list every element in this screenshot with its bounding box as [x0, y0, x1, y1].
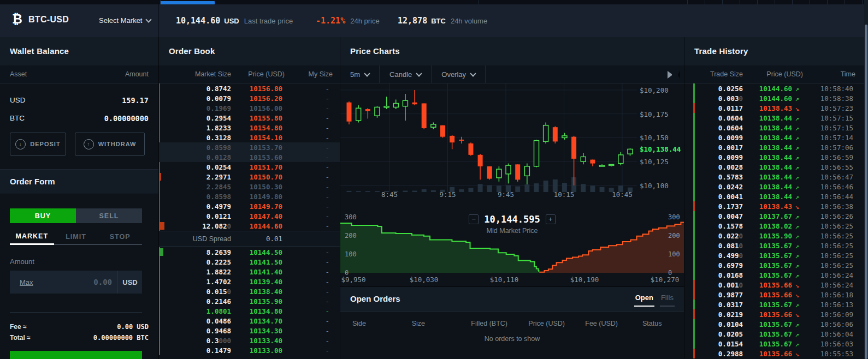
ask-row[interactable]: 2.284510150.30-: [159, 182, 340, 192]
bid-row[interactable]: 0.214610135.90-: [159, 296, 340, 306]
bid-row[interactable]: 0.015010138.40-: [159, 286, 340, 296]
trade-row: 0.016810135.67↗10:56:24: [684, 270, 864, 280]
bid-row[interactable]: 0.048610134.70-: [159, 316, 340, 326]
amount-label: Amount: [10, 258, 34, 266]
ask-row[interactable]: 0.859810153.70-: [159, 142, 340, 152]
tab-divider: [722, 0, 723, 4]
ask-row[interactable]: 0.497910149.70-: [159, 201, 340, 211]
time-tick-label: 9:15: [432, 190, 464, 199]
ask-row[interactable]: 0.196910156.00-: [159, 103, 340, 113]
trade-side-edge: [693, 103, 695, 113]
sell-tab[interactable]: SELL: [76, 208, 142, 223]
chart-candle-dropdown[interactable]: Candle: [380, 65, 432, 83]
order-price: 10156.20: [231, 94, 282, 103]
my-size-value: -: [282, 153, 329, 161]
trade-price: 10135.67: [743, 261, 792, 270]
candlestick-chart[interactable]: [340, 83, 684, 192]
trade-size: 0.0220: [695, 232, 743, 240]
ask-row[interactable]: 0.295410155.80-: [159, 113, 340, 123]
chart-overlay-dropdown[interactable]: Overlay: [432, 65, 486, 83]
bid-row[interactable]: 0.147910133.00-: [159, 345, 340, 355]
place-buy-order-button[interactable]: [10, 351, 142, 359]
max-link[interactable]: Max: [16, 278, 37, 287]
ask-row[interactable]: 2.297110150.70-: [159, 172, 340, 182]
up-arrow-icon: ↗: [792, 124, 802, 132]
trade-row: 0.002810138.44↗10:56:55: [684, 162, 864, 172]
withdraw-button[interactable]: ↑ WITHDRAW: [75, 133, 145, 155]
tab-divider: [479, 0, 479, 4]
trade-price-header: Price (USD): [745, 70, 803, 78]
buy-tab[interactable]: BUY: [10, 208, 76, 223]
trade-time: 10:57:23: [802, 104, 853, 112]
trade-size: 0.0017: [695, 143, 743, 152]
tab-stop[interactable]: STOP: [98, 229, 142, 244]
trade-time: 10:56:09: [802, 310, 853, 319]
order-form-band: Order Form: [0, 169, 158, 194]
ask-row[interactable]: 0.012110147.40-: [159, 211, 340, 221]
wallet-panel: Wallet Balance Asset Amount USD 159.17 B…: [0, 37, 158, 359]
trade-row: 0.157810138.02↗10:56:25: [684, 221, 864, 231]
trade-time: 10:57:15: [802, 114, 853, 122]
select-market-button[interactable]: Select Market: [96, 16, 154, 25]
fee-label: Fee ≈: [10, 323, 27, 331]
bid-row[interactable]: 8.263910144.50-: [159, 247, 340, 257]
depth-price-label: $10,190: [565, 276, 604, 284]
trade-row: 0.081010135.67↗10:56:25: [684, 241, 864, 250]
bid-row[interactable]: 1.882210141.40-: [159, 267, 340, 277]
tab-market[interactable]: MARKET: [10, 229, 54, 245]
open-orders-band: Open Orders Open Fills: [340, 287, 684, 312]
chart-5m-dropdown[interactable]: 5m: [340, 65, 380, 83]
bid-row[interactable]: 1.080110134.80-: [159, 306, 340, 316]
my-size-value: -: [282, 104, 329, 112]
tab-fills[interactable]: Fills: [660, 294, 675, 307]
chevron-down-icon: [416, 70, 422, 76]
trade-price: 10138.02: [743, 222, 792, 230]
tab-limit[interactable]: LIMIT: [54, 229, 98, 244]
decrease-price-button[interactable]: −: [469, 214, 479, 224]
amount-input[interactable]: [37, 277, 117, 287]
trade-time: 10:57:06: [802, 143, 853, 152]
trade-size: 0.2988: [695, 350, 743, 358]
tab-open[interactable]: Open: [634, 294, 654, 307]
dimmed-digits: 0: [227, 222, 231, 230]
my-size-value: -: [282, 337, 329, 345]
trade-side-edge: [693, 182, 695, 192]
tab-divider: [775, 0, 775, 4]
increase-price-button[interactable]: +: [546, 214, 556, 224]
my-size-value: -: [282, 163, 329, 171]
trade-row: 0.024210138.44↗10:56:46: [684, 182, 864, 192]
ask-row[interactable]: 0.312810154.10-: [159, 133, 340, 142]
asset-amount: 159.17: [122, 96, 149, 105]
trade-row: 0.021910135.66↘10:56:09: [684, 309, 864, 319]
bid-row[interactable]: 0.946810134.30-: [159, 326, 340, 336]
bid-row[interactable]: 1.470210139.40-: [159, 277, 340, 286]
spread-row: USD Spread 0.01: [159, 231, 340, 247]
my-size-header: My Size: [286, 70, 333, 78]
time-tick-label: 10:45: [606, 190, 639, 199]
bid-row[interactable]: 0.300010133.40-: [159, 336, 340, 345]
expand-chart-icon[interactable]: [668, 71, 680, 79]
my-size-value: -: [282, 307, 329, 315]
ask-row[interactable]: 0.007910156.20-: [159, 93, 340, 103]
bid-row[interactable]: 0.222510141.50-: [159, 257, 340, 267]
ask-row[interactable]: 0.874210156.80-: [159, 83, 340, 93]
ask-row[interactable]: 0.012810153.60-: [159, 152, 340, 162]
order-size: 0.9468: [170, 327, 231, 335]
up-arrow-icon: ↗: [792, 134, 802, 142]
trade-price: 10135.66: [743, 350, 792, 358]
ask-row[interactable]: 12.082010144.60-: [159, 221, 340, 231]
time-tick-label: 9:45: [489, 190, 522, 199]
trade-price: 10144.60: [743, 85, 792, 93]
order-price: 10151.70: [231, 163, 282, 171]
ask-row[interactable]: 1.823310154.80-: [159, 123, 340, 133]
ask-row[interactable]: 0.859810149.80-: [159, 192, 340, 201]
trade-history-title: Trade History: [694, 46, 748, 56]
ask-row[interactable]: 0.025410151.70-: [159, 162, 340, 172]
trade-price: 10138.44: [743, 153, 792, 161]
trade-time: 10:56:25: [802, 222, 853, 230]
scrollbar-thumb[interactable]: [865, 25, 867, 359]
deposit-button[interactable]: ↓ DEPOSIT: [10, 133, 66, 155]
trade-row: 0.009910138.44↗10:57:14: [684, 133, 864, 142]
my-size-value: -: [282, 202, 329, 211]
trade-time: 10:56:24: [802, 271, 853, 279]
